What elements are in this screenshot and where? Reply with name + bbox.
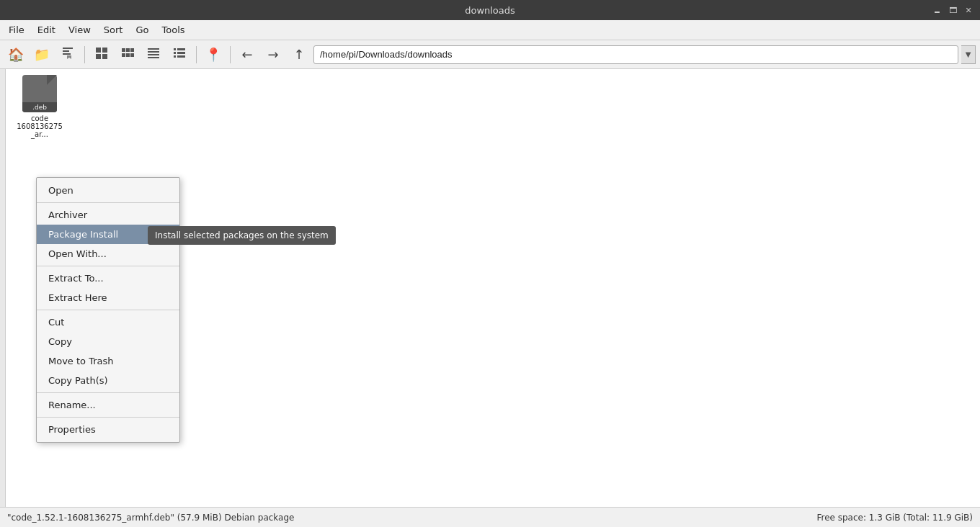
ctx-sep-4 (37, 417, 179, 418)
menu-edit[interactable]: Edit (32, 22, 61, 37)
bookmark-icon (61, 47, 74, 63)
ctx-move-to-trash[interactable]: Move to Trash (37, 351, 179, 371)
svg-rect-7 (102, 54, 107, 59)
toolbar-sep-3 (230, 46, 231, 63)
back-icon: ← (241, 47, 252, 62)
file-icon-graphic: .deb (22, 75, 57, 112)
ctx-open[interactable]: Open (37, 181, 179, 200)
forward-icon: → (267, 47, 278, 62)
location-button[interactable]: 📍 (202, 43, 225, 66)
view-list-icon (147, 47, 160, 63)
view-icons-icon (95, 47, 108, 63)
tooltip: Install selected packages on the system (148, 226, 336, 245)
svg-rect-21 (177, 52, 185, 54)
svg-rect-19 (177, 48, 185, 50)
menu-file[interactable]: File (3, 22, 30, 37)
svg-rect-2 (63, 53, 71, 55)
view-details-icon (173, 47, 186, 63)
tooltip-text: Install selected packages on the system (155, 230, 329, 240)
address-bar[interactable] (313, 45, 958, 64)
svg-rect-8 (122, 48, 125, 52)
menu-sort[interactable]: Sort (98, 22, 129, 37)
home-button[interactable]: 🏠 (4, 43, 27, 66)
dropdown-arrow-icon: ▼ (966, 50, 971, 58)
svg-rect-10 (130, 48, 134, 52)
file-extension-label: .deb (22, 102, 57, 112)
ctx-cut[interactable]: Cut (37, 312, 179, 332)
statusbar-left: "code_1.52.1-1608136275_armhf.deb" (57.9… (7, 513, 294, 523)
svg-rect-12 (126, 53, 130, 57)
svg-rect-16 (148, 54, 159, 55)
statusbar: "code_1.52.1-1608136275_armhf.deb" (57.9… (0, 507, 980, 527)
statusbar-right: Free space: 1.3 GiB (Total: 11.9 GiB) (816, 513, 973, 523)
menubar: File Edit View Sort Go Tools (0, 20, 980, 40)
ctx-sep-0 (37, 202, 179, 203)
svg-rect-18 (174, 48, 176, 50)
svg-rect-15 (148, 51, 159, 53)
svg-rect-6 (96, 54, 101, 59)
svg-rect-0 (63, 48, 73, 49)
home-icon: 🏠 (8, 47, 24, 62)
window-controls: 🗕 🗖 ✕ (931, 4, 974, 16)
up-icon: ↑ (293, 47, 304, 62)
view-list-button[interactable] (142, 43, 165, 66)
context-menu: Open Archiver Package Install Open With.… (36, 177, 180, 443)
back-button[interactable]: ← (236, 43, 259, 66)
menu-tools[interactable]: Tools (156, 22, 191, 37)
view-compact-icon (121, 47, 134, 63)
maximize-button[interactable]: 🗖 (947, 4, 958, 16)
menu-go[interactable]: Go (130, 22, 154, 37)
ctx-sep-1 (37, 266, 179, 266)
ctx-extract-here[interactable]: Extract Here (37, 288, 179, 307)
ctx-properties[interactable]: Properties (37, 420, 179, 439)
minimize-button[interactable]: 🗕 (931, 4, 943, 16)
svg-rect-20 (174, 52, 176, 54)
folder-icon: 📁 (34, 47, 50, 62)
ctx-extract-to[interactable]: Extract To... (37, 269, 179, 288)
location-icon: 📍 (205, 47, 221, 62)
close-button[interactable]: ✕ (963, 4, 974, 16)
view-details-button[interactable] (168, 43, 191, 66)
ctx-sep-3 (37, 392, 179, 393)
ctx-archiver[interactable]: Archiver (37, 205, 179, 225)
toolbar: 🏠 📁 (0, 40, 980, 69)
up-button[interactable]: ↑ (288, 43, 311, 66)
window-title: downloads (49, 5, 931, 16)
ctx-copy[interactable]: Copy (37, 332, 179, 351)
file-item[interactable]: .deb code1608136275_ar... (14, 75, 65, 138)
ctx-sep-2 (37, 310, 179, 310)
view-icons-button[interactable] (90, 43, 113, 66)
ctx-rename[interactable]: Rename... (37, 395, 179, 415)
svg-rect-5 (102, 48, 107, 53)
ctx-copy-paths[interactable]: Copy Path(s) (37, 371, 179, 390)
svg-rect-9 (126, 48, 130, 52)
main-content: .deb code1608136275_ar... Open Archiver … (0, 69, 980, 507)
svg-marker-3 (67, 55, 71, 59)
bookmarks-button[interactable] (56, 43, 79, 66)
svg-rect-14 (148, 48, 159, 50)
address-dropdown-button[interactable]: ▼ (961, 45, 976, 64)
svg-rect-22 (174, 55, 176, 58)
ctx-open-with[interactable]: Open With... (37, 244, 179, 264)
svg-rect-17 (148, 57, 159, 58)
titlebar: downloads 🗕 🗖 ✕ (0, 0, 980, 20)
svg-rect-11 (122, 53, 125, 57)
svg-rect-4 (96, 48, 101, 53)
svg-rect-23 (177, 55, 185, 58)
toolbar-sep-1 (84, 46, 85, 63)
scroll-left (0, 69, 6, 507)
svg-rect-1 (63, 50, 69, 52)
toolbar-sep-2 (196, 46, 197, 63)
svg-rect-13 (130, 53, 134, 57)
new-folder-button[interactable]: 📁 (30, 43, 53, 66)
forward-button[interactable]: → (262, 43, 285, 66)
file-name-label: code1608136275_ar... (17, 114, 63, 138)
menu-view[interactable]: View (63, 22, 97, 37)
fold-icon (47, 75, 57, 85)
view-compact-button[interactable] (116, 43, 139, 66)
